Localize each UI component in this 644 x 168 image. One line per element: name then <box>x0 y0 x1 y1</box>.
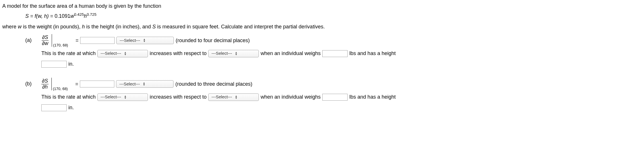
answer-input-a[interactable] <box>80 37 115 44</box>
a-sentence-t1: This is the rate at which <box>41 50 96 57</box>
part-b-label: (b) <box>25 78 41 88</box>
b-sentence-t2: increases with respect to <box>150 93 207 101</box>
units-select-a[interactable]: ---Select--- ▲▼ <box>116 37 174 44</box>
formula-exp1: 0.425 <box>74 12 84 17</box>
a-sentence-t3: when an individual weighs <box>261 50 321 57</box>
part-a-row1: ∂S ∂w (170, 68) = ---Select--- ▲▼ (round… <box>41 34 644 47</box>
part-b-row2: This is the rate at which ---Select--- ▲… <box>41 93 644 101</box>
equals-b: = <box>75 80 78 88</box>
respect-to-select-a[interactable]: ---Select--- ▲▼ <box>208 50 259 57</box>
a-sentence-t2: increases with respect to <box>150 50 207 57</box>
units-select-b[interactable]: ---Select--- ▲▼ <box>116 80 173 88</box>
eval-bar-a: (170, 68) <box>52 34 52 47</box>
stepper-icon: ▲▼ <box>124 95 127 99</box>
select-placeholder: ---Select--- <box>101 50 121 57</box>
b-sentence-t1: This is the rate at which <box>41 93 96 101</box>
formula-exp2: 0.725 <box>87 12 97 17</box>
formula-lhs: S = f(w, h) = <box>25 13 55 19</box>
intro-text: A model for the surface area of a human … <box>2 2 644 10</box>
where-w: w <box>18 24 22 30</box>
rounded-note-b: (rounded to three decimal places) <box>175 80 252 88</box>
part-b: (b) ∂S ∂h (170, 68) = ---Select--- ▲▼ (r… <box>25 78 644 114</box>
height-input-a[interactable] <box>41 61 67 68</box>
eval-point-a: (170, 68) <box>53 42 68 48</box>
partial-den-a: ∂w <box>41 41 49 46</box>
select-placeholder: ---Select--- <box>211 50 232 57</box>
where-text: where w is the weight (in pounds), h is … <box>2 23 644 31</box>
stepper-icon: ▲▼ <box>124 52 127 56</box>
weight-input-a[interactable] <box>322 50 348 57</box>
select-placeholder: ---Select--- <box>211 94 232 100</box>
stepper-icon: ▲▼ <box>143 38 146 42</box>
b-sentence-t4: lbs and has a height <box>349 93 396 101</box>
part-b-row1: ∂S ∂h (170, 68) = ---Select--- ▲▼ (round… <box>41 78 644 90</box>
part-a: (a) ∂S ∂w (170, 68) = ---Select--- ▲▼ (r… <box>25 34 644 71</box>
where-h: h <box>82 24 85 30</box>
part-a-label: (a) <box>25 34 41 44</box>
partial-den-b: ∂h <box>42 84 48 90</box>
formula-coef: 0.1091 <box>55 13 70 19</box>
eval-bar-b: (170, 68) <box>51 78 52 90</box>
rate-of-select-a[interactable]: ---Select--- ▲▼ <box>97 50 148 57</box>
question-container: A model for the surface area of a human … <box>2 2 644 114</box>
stepper-icon: ▲▼ <box>235 52 238 56</box>
partial-dS-dh: ∂S ∂h <box>41 78 49 90</box>
answer-input-b[interactable] <box>80 81 114 87</box>
part-b-body: ∂S ∂h (170, 68) = ---Select--- ▲▼ (round… <box>41 78 644 114</box>
part-a-row2: This is the rate at which ---Select--- ▲… <box>41 50 644 57</box>
weight-input-b[interactable] <box>322 94 348 101</box>
height-input-b[interactable] <box>41 104 67 111</box>
where-t4: is measured in square feet. Calculate an… <box>156 24 325 30</box>
where-S: S <box>152 24 156 30</box>
stepper-icon: ▲▼ <box>235 95 238 99</box>
eval-point-b: (170, 68) <box>53 86 68 92</box>
part-a-row3: in. <box>41 60 644 68</box>
part-b-row3: in. <box>41 104 644 112</box>
partial-dS-dw: ∂S ∂w <box>41 35 49 46</box>
formula-w: w <box>70 13 74 19</box>
a-sentence-t4: lbs and has a height <box>349 50 396 57</box>
formula-h: h <box>84 13 87 19</box>
select-placeholder: ---Select--- <box>119 81 140 87</box>
select-placeholder: ---Select--- <box>101 94 121 100</box>
select-placeholder: ---Select--- <box>119 37 140 44</box>
a-sentence-t5: in. <box>68 60 74 68</box>
formula: S = f(w, h) = 0.1091w0.425h0.725 <box>25 12 644 20</box>
where-t3: is the height (in inches), and <box>85 24 152 30</box>
where-t2: is the weight (in pounds), <box>22 24 82 30</box>
rounded-note-a: (rounded to four decimal places) <box>176 37 250 44</box>
b-sentence-t3: when an individual weighs <box>261 93 321 101</box>
partial-num-b: ∂S <box>41 78 49 84</box>
partial-num-a: ∂S <box>42 35 49 41</box>
equals-a: = <box>76 37 79 44</box>
part-a-body: ∂S ∂w (170, 68) = ---Select--- ▲▼ (round… <box>41 34 644 71</box>
rate-of-select-b[interactable]: ---Select--- ▲▼ <box>97 93 148 101</box>
respect-to-select-b[interactable]: ---Select--- ▲▼ <box>208 93 259 101</box>
where-t1: where <box>2 24 18 30</box>
b-sentence-t5: in. <box>68 104 74 112</box>
stepper-icon: ▲▼ <box>143 82 145 86</box>
